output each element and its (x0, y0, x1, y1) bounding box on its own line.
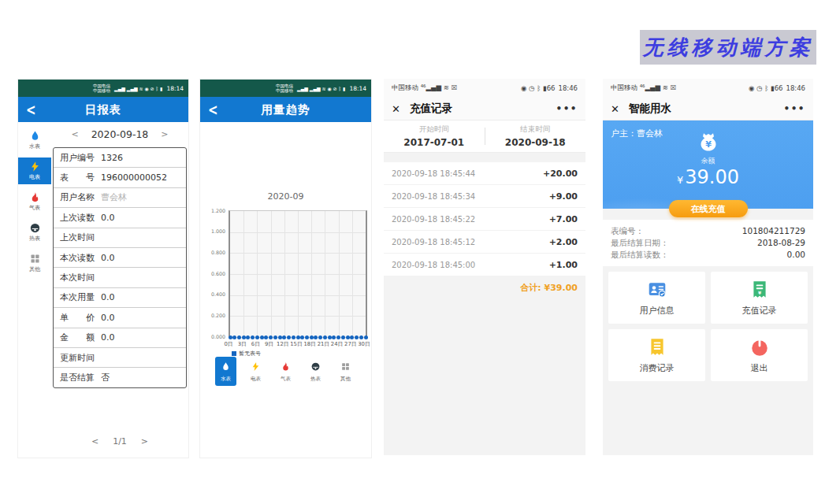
next-page-button[interactable]: > (141, 436, 148, 447)
record-time: 2020-09-18 18:45:22 (392, 215, 475, 224)
x-axis-tick: 24日 (331, 340, 343, 348)
tab-heat[interactable]: 热表 (305, 357, 326, 386)
tab-other[interactable]: 其他 (335, 357, 356, 386)
meter-type-label: 气表 (29, 204, 40, 212)
heat-meter-icon (29, 222, 41, 234)
total-value: ¥39.00 (545, 283, 578, 293)
report-row: 是否结算否 (54, 368, 186, 387)
grid-item-label: 消费记录 (640, 362, 675, 374)
more-menu-icon[interactable]: ••• (556, 103, 578, 114)
balance-amount: ¥39.00 (677, 166, 739, 189)
report-row-value: 0.0 (101, 253, 115, 263)
next-date-button[interactable]: > (161, 129, 168, 139)
close-icon[interactable]: ✕ (611, 103, 619, 115)
report-row-value: 曹会林 (101, 191, 127, 203)
sidebar-item-other[interactable]: 其他 (18, 250, 51, 276)
data-point (346, 335, 350, 339)
x-axis-tick: 30日 (358, 340, 370, 348)
recharge-record-row: 2020-09-18 18:45:44+20.00 (384, 162, 585, 185)
data-point (237, 335, 241, 339)
data-point (341, 335, 345, 339)
v-gridline (271, 211, 272, 337)
x-axis-tick: 15日 (290, 340, 302, 348)
prev-page-button[interactable]: < (91, 436, 98, 447)
report-row: 表 号196000000052 (54, 168, 186, 187)
back-icon[interactable]: < (26, 100, 36, 119)
status-time: 18:14 (166, 85, 184, 92)
phone-smart-water: 中国移动 ⁴⁶▂▄▆ ≋ ☒ ◉ ◷ ᛒ ▮66 18:46 ✕ 智能用水 ••… (603, 79, 813, 455)
lightning-icon (251, 360, 261, 375)
more-menu-icon[interactable]: ••• (783, 103, 805, 114)
start-date-value: 2017-07-01 (403, 137, 464, 148)
title-bar: < 日报表 (18, 97, 188, 122)
back-icon[interactable]: < (208, 100, 218, 119)
data-point (282, 335, 286, 339)
data-point (287, 335, 291, 339)
carrier-and-signal: 中国移动 ⁴⁶▂▄▆ ≋ ☒ (392, 83, 457, 93)
meter-info-row: 最后结算读数：0.00 (611, 249, 805, 261)
meter-type-label: 水表 (29, 143, 40, 150)
online-recharge-button[interactable]: 在线充值 (669, 200, 748, 217)
daily-report-body: 水表电表气表热表其他 < 2020-09-18 > 用户编号1326表 号196… (18, 122, 188, 458)
grid-item-user-info[interactable]: 用户信息 (608, 272, 705, 324)
status-time: 18:46 (786, 84, 806, 92)
status-time: 18:46 (559, 84, 578, 92)
meter-type-label: 其他 (340, 376, 351, 383)
date-value[interactable]: 2020-09-18 (91, 128, 149, 140)
status-bar: 中国移动 ⁴⁶▂▄▆ ≋ ☒ ◉ ◷ ᛒ ▮66 18:46 (603, 79, 813, 98)
v-gridline (339, 211, 340, 337)
record-time: 2020-09-18 18:45:44 (392, 169, 475, 178)
currency-symbol: ¥ (677, 174, 683, 187)
close-icon[interactable]: ✕ (392, 103, 400, 115)
v-gridline (311, 211, 312, 337)
x-axis-tick: 27日 (344, 340, 356, 348)
sidebar-item-heat[interactable]: 热表 (18, 219, 51, 246)
tab-electric[interactable]: 电表 (245, 357, 266, 386)
yen-symbol: ¥ (705, 139, 712, 150)
report-row: 上次时间 (54, 228, 186, 248)
report-row-label: 上次时间 (60, 232, 95, 243)
report-row: 上次读数0.0 (54, 208, 186, 228)
grid-item-consume-record[interactable]: 消费记录 (608, 329, 705, 381)
v-gridline (352, 211, 353, 337)
grid-dots-icon (340, 360, 351, 375)
page-indicator: 1/1 (113, 436, 127, 447)
status-bar: 中国电信 中国移动 ▂▄▆ ▂▄▆ ≋ ◉ ⊘ ᛒ ▮ 18:14 (18, 80, 188, 97)
recharge-record-row: 2020-09-18 18:45:22+7.00 (384, 208, 585, 231)
sidebar-item-electric[interactable]: 电表 (18, 158, 51, 184)
data-point (278, 335, 282, 339)
data-point (332, 335, 336, 339)
sidebar-item-gas[interactable]: 气表 (18, 188, 51, 215)
header-bar: ✕ 充值记录 ••• (384, 98, 585, 120)
phone-recharge-records: 中国移动 ⁴⁶▂▄▆ ≋ ☒ ◉ ◷ ᛒ ▮66 18:46 ✕ 充值记录 ••… (384, 79, 585, 455)
sidebar-item-water[interactable]: 水表 (18, 127, 51, 154)
report-row-label: 本次读数 (60, 252, 95, 264)
v-gridline (325, 211, 325, 337)
data-point (314, 335, 318, 339)
meter-type-label: 热表 (310, 376, 321, 383)
data-point (255, 335, 259, 339)
status-icons: ◉ ◷ ᛒ ▮66 (749, 84, 783, 92)
y-axis-tick: 0.800 (208, 250, 225, 255)
carrier-label: 中国电信 中国移动 (93, 83, 110, 94)
y-axis-tick: 0.400 (208, 291, 225, 297)
page-title-banner: 无线移动端方案 (640, 30, 816, 65)
end-date-filter[interactable]: 结束时间 2020-09-18 (485, 124, 586, 148)
start-date-filter[interactable]: 开始时间 2017-07-01 (384, 124, 485, 148)
recharge-record-row: 2020-09-18 18:45:12+2.00 (384, 231, 585, 254)
balance-number: 39.00 (685, 166, 739, 189)
tab-water[interactable]: 水表 (215, 357, 236, 386)
screen-title: 充值记录 (410, 102, 452, 116)
report-row: 用户名称曹会林 (54, 188, 186, 208)
report-row-value: 1326 (101, 153, 123, 163)
y-axis-tick: 0.200 (208, 313, 225, 318)
info-value: 0.00 (787, 249, 805, 261)
date-picker: < 2020-09-18 > (51, 128, 188, 140)
grid-item-exit[interactable]: 退出 (711, 329, 808, 381)
status-icons: ▂▄▆ ▂▄▆ ≋ ◉ ⊘ ᛒ ▮ (114, 86, 162, 91)
tab-gas[interactable]: 气表 (275, 357, 296, 386)
prev-date-button[interactable]: < (71, 129, 78, 139)
grid-item-recharge-record[interactable]: ¥充值记录 (711, 272, 808, 324)
report-row-value: 0.0 (101, 332, 115, 343)
carrier-and-signal: 中国移动 ⁴⁶▂▄▆ ≋ ☒ (611, 83, 676, 93)
